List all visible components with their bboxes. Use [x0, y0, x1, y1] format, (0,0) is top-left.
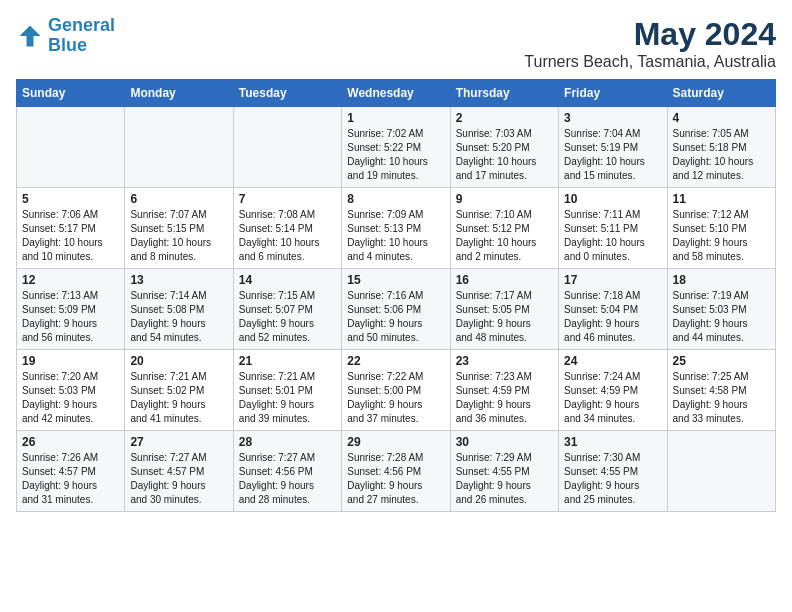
- header-thursday: Thursday: [450, 80, 558, 107]
- logo: General Blue: [16, 16, 115, 56]
- day-number: 9: [456, 192, 553, 206]
- day-number: 21: [239, 354, 336, 368]
- page-header: General Blue May 2024 Turners Beach, Tas…: [16, 16, 776, 71]
- day-number: 2: [456, 111, 553, 125]
- day-number: 11: [673, 192, 770, 206]
- header-friday: Friday: [559, 80, 667, 107]
- table-row: 15Sunrise: 7:16 AM Sunset: 5:06 PM Dayli…: [342, 269, 450, 350]
- day-number: 3: [564, 111, 661, 125]
- day-number: 7: [239, 192, 336, 206]
- day-info: Sunrise: 7:18 AM Sunset: 5:04 PM Dayligh…: [564, 289, 661, 345]
- day-info: Sunrise: 7:27 AM Sunset: 4:56 PM Dayligh…: [239, 451, 336, 507]
- day-number: 17: [564, 273, 661, 287]
- day-number: 23: [456, 354, 553, 368]
- day-info: Sunrise: 7:16 AM Sunset: 5:06 PM Dayligh…: [347, 289, 444, 345]
- svg-marker-0: [20, 25, 41, 46]
- day-number: 25: [673, 354, 770, 368]
- header-saturday: Saturday: [667, 80, 775, 107]
- day-info: Sunrise: 7:03 AM Sunset: 5:20 PM Dayligh…: [456, 127, 553, 183]
- table-row: 11Sunrise: 7:12 AM Sunset: 5:10 PM Dayli…: [667, 188, 775, 269]
- table-row: 20Sunrise: 7:21 AM Sunset: 5:02 PM Dayli…: [125, 350, 233, 431]
- calendar-week-row: 1Sunrise: 7:02 AM Sunset: 5:22 PM Daylig…: [17, 107, 776, 188]
- table-row: [667, 431, 775, 512]
- day-info: Sunrise: 7:25 AM Sunset: 4:58 PM Dayligh…: [673, 370, 770, 426]
- day-number: 29: [347, 435, 444, 449]
- day-number: 14: [239, 273, 336, 287]
- header-sunday: Sunday: [17, 80, 125, 107]
- header-wednesday: Wednesday: [342, 80, 450, 107]
- day-number: 24: [564, 354, 661, 368]
- day-info: Sunrise: 7:05 AM Sunset: 5:18 PM Dayligh…: [673, 127, 770, 183]
- day-info: Sunrise: 7:11 AM Sunset: 5:11 PM Dayligh…: [564, 208, 661, 264]
- day-info: Sunrise: 7:15 AM Sunset: 5:07 PM Dayligh…: [239, 289, 336, 345]
- table-row: 6Sunrise: 7:07 AM Sunset: 5:15 PM Daylig…: [125, 188, 233, 269]
- table-row: 8Sunrise: 7:09 AM Sunset: 5:13 PM Daylig…: [342, 188, 450, 269]
- table-row: 5Sunrise: 7:06 AM Sunset: 5:17 PM Daylig…: [17, 188, 125, 269]
- table-row: 17Sunrise: 7:18 AM Sunset: 5:04 PM Dayli…: [559, 269, 667, 350]
- table-row: [17, 107, 125, 188]
- calendar-table: Sunday Monday Tuesday Wednesday Thursday…: [16, 79, 776, 512]
- table-row: 2Sunrise: 7:03 AM Sunset: 5:20 PM Daylig…: [450, 107, 558, 188]
- day-number: 1: [347, 111, 444, 125]
- title-block: May 2024 Turners Beach, Tasmania, Austra…: [524, 16, 776, 71]
- day-info: Sunrise: 7:08 AM Sunset: 5:14 PM Dayligh…: [239, 208, 336, 264]
- day-info: Sunrise: 7:19 AM Sunset: 5:03 PM Dayligh…: [673, 289, 770, 345]
- calendar-week-row: 19Sunrise: 7:20 AM Sunset: 5:03 PM Dayli…: [17, 350, 776, 431]
- table-row: 24Sunrise: 7:24 AM Sunset: 4:59 PM Dayli…: [559, 350, 667, 431]
- table-row: 21Sunrise: 7:21 AM Sunset: 5:01 PM Dayli…: [233, 350, 341, 431]
- day-info: Sunrise: 7:29 AM Sunset: 4:55 PM Dayligh…: [456, 451, 553, 507]
- day-number: 20: [130, 354, 227, 368]
- table-row: 1Sunrise: 7:02 AM Sunset: 5:22 PM Daylig…: [342, 107, 450, 188]
- day-info: Sunrise: 7:28 AM Sunset: 4:56 PM Dayligh…: [347, 451, 444, 507]
- day-info: Sunrise: 7:20 AM Sunset: 5:03 PM Dayligh…: [22, 370, 119, 426]
- day-number: 19: [22, 354, 119, 368]
- day-number: 18: [673, 273, 770, 287]
- table-row: 18Sunrise: 7:19 AM Sunset: 5:03 PM Dayli…: [667, 269, 775, 350]
- day-info: Sunrise: 7:12 AM Sunset: 5:10 PM Dayligh…: [673, 208, 770, 264]
- table-row: 12Sunrise: 7:13 AM Sunset: 5:09 PM Dayli…: [17, 269, 125, 350]
- table-row: [233, 107, 341, 188]
- day-info: Sunrise: 7:07 AM Sunset: 5:15 PM Dayligh…: [130, 208, 227, 264]
- table-row: 29Sunrise: 7:28 AM Sunset: 4:56 PM Dayli…: [342, 431, 450, 512]
- day-number: 4: [673, 111, 770, 125]
- day-number: 8: [347, 192, 444, 206]
- table-row: 7Sunrise: 7:08 AM Sunset: 5:14 PM Daylig…: [233, 188, 341, 269]
- table-row: 25Sunrise: 7:25 AM Sunset: 4:58 PM Dayli…: [667, 350, 775, 431]
- day-number: 31: [564, 435, 661, 449]
- day-number: 22: [347, 354, 444, 368]
- calendar-week-row: 12Sunrise: 7:13 AM Sunset: 5:09 PM Dayli…: [17, 269, 776, 350]
- logo-icon: [16, 22, 44, 50]
- day-info: Sunrise: 7:26 AM Sunset: 4:57 PM Dayligh…: [22, 451, 119, 507]
- logo-text: General Blue: [48, 16, 115, 56]
- header-monday: Monday: [125, 80, 233, 107]
- day-info: Sunrise: 7:17 AM Sunset: 5:05 PM Dayligh…: [456, 289, 553, 345]
- calendar-week-row: 26Sunrise: 7:26 AM Sunset: 4:57 PM Dayli…: [17, 431, 776, 512]
- calendar-title: May 2024: [524, 16, 776, 53]
- day-number: 10: [564, 192, 661, 206]
- day-info: Sunrise: 7:21 AM Sunset: 5:02 PM Dayligh…: [130, 370, 227, 426]
- table-row: 13Sunrise: 7:14 AM Sunset: 5:08 PM Dayli…: [125, 269, 233, 350]
- table-row: 16Sunrise: 7:17 AM Sunset: 5:05 PM Dayli…: [450, 269, 558, 350]
- table-row: 9Sunrise: 7:10 AM Sunset: 5:12 PM Daylig…: [450, 188, 558, 269]
- table-row: 27Sunrise: 7:27 AM Sunset: 4:57 PM Dayli…: [125, 431, 233, 512]
- day-info: Sunrise: 7:21 AM Sunset: 5:01 PM Dayligh…: [239, 370, 336, 426]
- day-number: 28: [239, 435, 336, 449]
- day-info: Sunrise: 7:10 AM Sunset: 5:12 PM Dayligh…: [456, 208, 553, 264]
- day-number: 15: [347, 273, 444, 287]
- table-row: 10Sunrise: 7:11 AM Sunset: 5:11 PM Dayli…: [559, 188, 667, 269]
- table-row: 19Sunrise: 7:20 AM Sunset: 5:03 PM Dayli…: [17, 350, 125, 431]
- day-number: 12: [22, 273, 119, 287]
- table-row: 22Sunrise: 7:22 AM Sunset: 5:00 PM Dayli…: [342, 350, 450, 431]
- day-info: Sunrise: 7:24 AM Sunset: 4:59 PM Dayligh…: [564, 370, 661, 426]
- calendar-week-row: 5Sunrise: 7:06 AM Sunset: 5:17 PM Daylig…: [17, 188, 776, 269]
- day-number: 26: [22, 435, 119, 449]
- day-info: Sunrise: 7:04 AM Sunset: 5:19 PM Dayligh…: [564, 127, 661, 183]
- table-row: 4Sunrise: 7:05 AM Sunset: 5:18 PM Daylig…: [667, 107, 775, 188]
- day-info: Sunrise: 7:09 AM Sunset: 5:13 PM Dayligh…: [347, 208, 444, 264]
- day-info: Sunrise: 7:22 AM Sunset: 5:00 PM Dayligh…: [347, 370, 444, 426]
- day-number: 30: [456, 435, 553, 449]
- day-number: 27: [130, 435, 227, 449]
- table-row: 28Sunrise: 7:27 AM Sunset: 4:56 PM Dayli…: [233, 431, 341, 512]
- day-info: Sunrise: 7:13 AM Sunset: 5:09 PM Dayligh…: [22, 289, 119, 345]
- day-info: Sunrise: 7:02 AM Sunset: 5:22 PM Dayligh…: [347, 127, 444, 183]
